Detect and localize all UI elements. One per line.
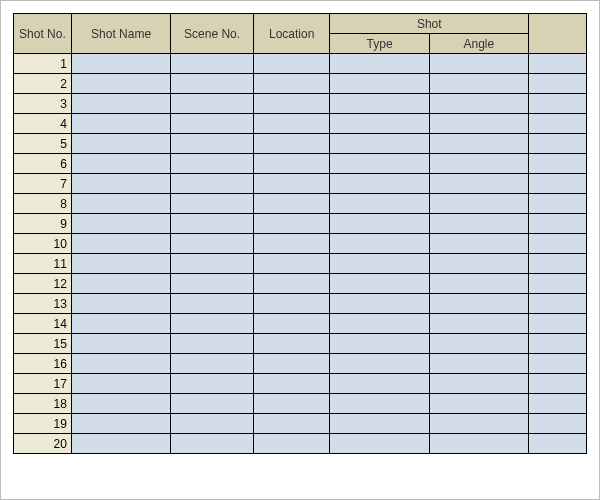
cell-shot-name: [71, 154, 170, 174]
cell-shot-no: 7: [14, 174, 72, 194]
cell-type: [330, 94, 429, 114]
cell-extra: [529, 214, 587, 234]
table-row: 11: [14, 254, 587, 274]
header-shot-group: Shot: [330, 14, 529, 34]
cell-shot-no: 17: [14, 374, 72, 394]
table-row: 10: [14, 234, 587, 254]
cell-location: [253, 194, 330, 214]
table-row: 3: [14, 94, 587, 114]
cell-scene-no: [171, 194, 254, 214]
table-row: 13: [14, 294, 587, 314]
cell-angle: [429, 274, 528, 294]
cell-location: [253, 374, 330, 394]
cell-shot-no: 3: [14, 94, 72, 114]
cell-type: [330, 254, 429, 274]
table-row: 19: [14, 414, 587, 434]
cell-shot-no: 11: [14, 254, 72, 274]
cell-scene-no: [171, 234, 254, 254]
cell-scene-no: [171, 334, 254, 354]
cell-shot-no: 14: [14, 314, 72, 334]
cell-location: [253, 134, 330, 154]
cell-extra: [529, 374, 587, 394]
cell-type: [330, 414, 429, 434]
cell-shot-name: [71, 234, 170, 254]
cell-shot-no: 20: [14, 434, 72, 454]
table-row: 12: [14, 274, 587, 294]
table-row: 17: [14, 374, 587, 394]
cell-extra: [529, 154, 587, 174]
cell-extra: [529, 434, 587, 454]
cell-shot-name: [71, 394, 170, 414]
cell-shot-name: [71, 274, 170, 294]
cell-location: [253, 154, 330, 174]
cell-type: [330, 294, 429, 314]
table-row: 8: [14, 194, 587, 214]
cell-location: [253, 214, 330, 234]
cell-scene-no: [171, 114, 254, 134]
table-row: 15: [14, 334, 587, 354]
cell-type: [330, 314, 429, 334]
cell-shot-no: 10: [14, 234, 72, 254]
cell-angle: [429, 54, 528, 74]
cell-extra: [529, 414, 587, 434]
cell-type: [330, 334, 429, 354]
cell-location: [253, 94, 330, 114]
cell-scene-no: [171, 214, 254, 234]
cell-extra: [529, 54, 587, 74]
table-row: 7: [14, 174, 587, 194]
cell-shot-no: 1: [14, 54, 72, 74]
cell-type: [330, 214, 429, 234]
cell-type: [330, 174, 429, 194]
cell-scene-no: [171, 254, 254, 274]
cell-shot-name: [71, 314, 170, 334]
cell-shot-no: 16: [14, 354, 72, 374]
cell-shot-no: 4: [14, 114, 72, 134]
cell-shot-name: [71, 434, 170, 454]
cell-scene-no: [171, 394, 254, 414]
cell-angle: [429, 374, 528, 394]
cell-shot-name: [71, 334, 170, 354]
cell-shot-no: 19: [14, 414, 72, 434]
cell-scene-no: [171, 294, 254, 314]
cell-extra: [529, 294, 587, 314]
cell-extra: [529, 174, 587, 194]
cell-scene-no: [171, 134, 254, 154]
cell-shot-no: 15: [14, 334, 72, 354]
cell-scene-no: [171, 174, 254, 194]
cell-shot-name: [71, 174, 170, 194]
header-shot-name: Shot Name: [71, 14, 170, 54]
table-row: 16: [14, 354, 587, 374]
cell-extra: [529, 394, 587, 414]
cell-extra: [529, 194, 587, 214]
cell-angle: [429, 214, 528, 234]
cell-location: [253, 54, 330, 74]
header-location: Location: [253, 14, 330, 54]
cell-location: [253, 174, 330, 194]
shot-list-page: Shot No. Shot Name Scene No. Location Sh…: [0, 0, 600, 500]
cell-shot-name: [71, 414, 170, 434]
cell-location: [253, 394, 330, 414]
header-type: Type: [330, 34, 429, 54]
table-row: 9: [14, 214, 587, 234]
cell-shot-no: 13: [14, 294, 72, 314]
cell-shot-name: [71, 134, 170, 154]
table-row: 20: [14, 434, 587, 454]
cell-type: [330, 394, 429, 414]
cell-shot-name: [71, 94, 170, 114]
cell-extra: [529, 134, 587, 154]
cell-type: [330, 114, 429, 134]
cell-shot-no: 8: [14, 194, 72, 214]
cell-angle: [429, 334, 528, 354]
cell-extra: [529, 314, 587, 334]
cell-type: [330, 434, 429, 454]
cell-shot-no: 12: [14, 274, 72, 294]
cell-shot-name: [71, 374, 170, 394]
cell-angle: [429, 434, 528, 454]
cell-location: [253, 274, 330, 294]
cell-location: [253, 314, 330, 334]
cell-scene-no: [171, 54, 254, 74]
cell-angle: [429, 354, 528, 374]
cell-shot-name: [71, 74, 170, 94]
cell-extra: [529, 234, 587, 254]
table-row: 18: [14, 394, 587, 414]
